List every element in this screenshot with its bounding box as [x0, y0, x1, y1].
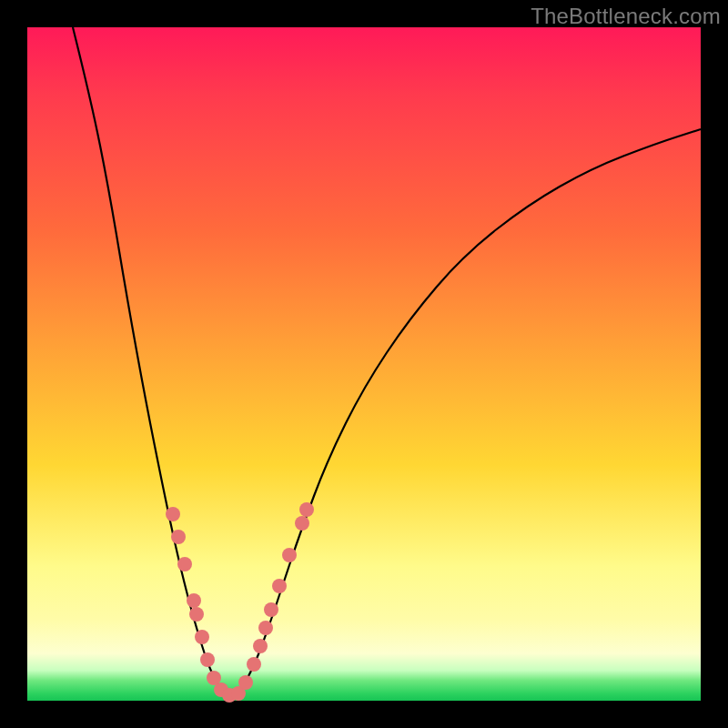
curve-left-branch	[73, 27, 232, 696]
data-dot	[189, 607, 204, 622]
watermark-text: TheBottleneck.com	[531, 4, 721, 29]
data-dot	[247, 657, 261, 672]
data-dot	[200, 652, 215, 667]
chart-frame: TheBottleneck.com	[0, 0, 728, 728]
plot-area	[27, 27, 701, 701]
dots-group	[166, 502, 314, 703]
data-dot	[171, 530, 186, 544]
data-dot	[264, 602, 278, 617]
data-dot	[238, 675, 253, 690]
curve-right-branch	[232, 129, 701, 696]
data-dot	[195, 630, 209, 644]
data-dot	[299, 502, 314, 517]
data-dot	[282, 548, 297, 562]
data-dot	[166, 507, 180, 521]
data-dot	[295, 516, 309, 531]
curve-svg	[27, 27, 701, 701]
data-dot	[187, 593, 201, 608]
data-dot	[177, 557, 192, 571]
data-dot	[272, 579, 287, 593]
data-dot	[258, 621, 273, 635]
curve-group	[73, 27, 701, 696]
data-dot	[253, 639, 268, 653]
